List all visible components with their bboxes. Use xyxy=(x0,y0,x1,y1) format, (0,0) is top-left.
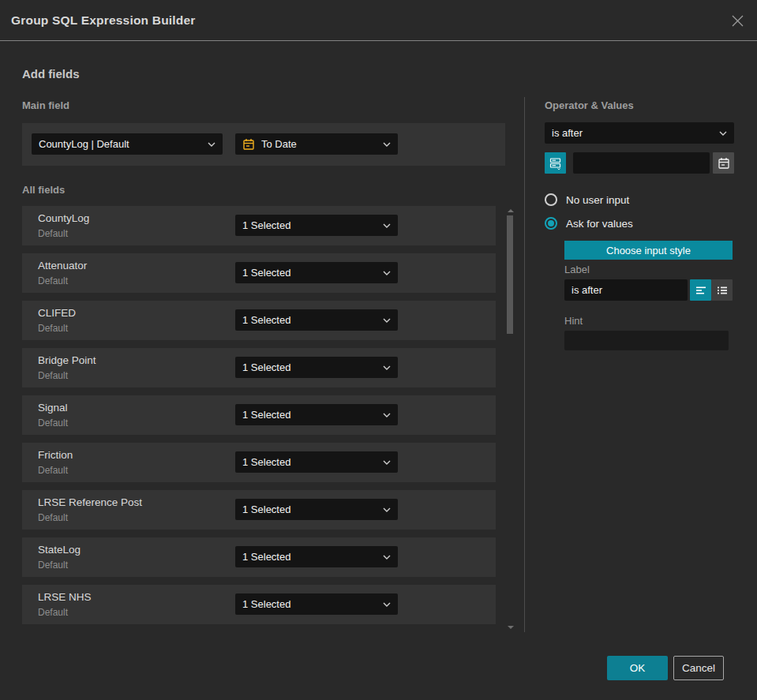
field-name: Bridge Point xyxy=(38,354,96,366)
radio-ask-for-values[interactable]: Ask for values xyxy=(545,217,633,230)
chevron-down-icon xyxy=(383,602,391,607)
chevron-down-icon xyxy=(208,142,215,147)
date-select-value: To Date xyxy=(261,138,378,150)
panel-divider xyxy=(524,97,525,632)
stacked-input-icon xyxy=(549,156,562,170)
field-selection-value: 1 Selected xyxy=(242,361,378,373)
list-input-style-button[interactable] xyxy=(711,279,733,301)
field-subtitle: Default xyxy=(38,275,68,286)
scrollbar-thumb[interactable] xyxy=(507,215,513,334)
operator-values-heading: Operator & Values xyxy=(545,99,634,111)
scroll-down-arrow-icon[interactable] xyxy=(508,626,514,629)
close-icon xyxy=(731,14,744,28)
field-row-friction: Friction Default 1 Selected xyxy=(22,443,496,482)
radio-selected-icon xyxy=(545,217,557,230)
chevron-down-icon xyxy=(383,555,391,560)
field-selection-value: 1 Selected xyxy=(242,409,378,421)
field-name: LRSE Reference Post xyxy=(38,496,142,508)
field-selection-dropdown[interactable]: 1 Selected xyxy=(235,546,398,567)
label-input[interactable]: is after xyxy=(564,279,688,301)
field-selection-dropdown[interactable]: 1 Selected xyxy=(235,262,398,283)
field-row-clifed: CLIFED Default 1 Selected xyxy=(22,301,496,340)
field-name: Friction xyxy=(38,449,73,461)
chevron-down-icon xyxy=(719,131,727,136)
field-name: LRSE NHS xyxy=(38,591,92,603)
field-selection-value: 1 Selected xyxy=(242,314,378,326)
field-selection-dropdown[interactable]: 1 Selected xyxy=(235,215,398,236)
field-name: CountyLog xyxy=(38,212,89,224)
input-type-button[interactable] xyxy=(545,152,566,174)
chevron-down-icon xyxy=(383,413,391,417)
field-subtitle: Default xyxy=(38,607,68,618)
main-field-select[interactable]: CountyLog | Default xyxy=(32,133,223,155)
ok-button[interactable]: OK xyxy=(607,656,668,680)
main-field-select-value: CountyLog | Default xyxy=(39,138,203,150)
field-selection-value: 1 Selected xyxy=(242,267,378,279)
choose-input-style-button[interactable]: Choose input style xyxy=(564,241,733,260)
operator-select[interactable]: is after xyxy=(545,122,734,144)
hint-caption: Hint xyxy=(564,315,583,327)
all-fields-list: CountyLog Default 1 Selected Attenuator … xyxy=(22,206,496,624)
main-field-box: CountyLog | Default To Date xyxy=(22,123,505,166)
cancel-button[interactable]: Cancel xyxy=(673,656,724,680)
field-selection-dropdown[interactable]: 1 Selected xyxy=(235,404,398,425)
field-subtitle: Default xyxy=(38,370,68,381)
field-subtitle: Default xyxy=(38,323,68,334)
main-field-label: Main field xyxy=(22,99,69,111)
chevron-down-icon xyxy=(383,460,391,465)
single-line-input-style-button[interactable] xyxy=(690,279,711,301)
field-name: StateLog xyxy=(38,544,81,556)
field-subtitle: Default xyxy=(38,228,68,239)
radio-no-user-input[interactable]: No user input xyxy=(545,193,629,206)
field-row-lrse-reference-post: LRSE Reference Post Default 1 Selected xyxy=(22,490,496,530)
field-selection-dropdown[interactable]: 1 Selected xyxy=(235,593,398,615)
main-field-date-select[interactable]: To Date xyxy=(235,133,398,155)
field-row-countylog: CountyLog Default 1 Selected xyxy=(22,206,496,245)
field-selection-dropdown[interactable]: 1 Selected xyxy=(235,499,398,520)
chevron-down-icon xyxy=(383,318,391,323)
field-subtitle: Default xyxy=(38,512,68,523)
all-fields-label: All fields xyxy=(22,184,65,196)
field-selection-value: 1 Selected xyxy=(242,219,378,231)
align-left-icon xyxy=(695,284,707,297)
field-selection-value: 1 Selected xyxy=(242,551,378,563)
calendar-icon xyxy=(718,157,730,170)
scroll-up-arrow-icon[interactable] xyxy=(508,209,514,212)
operator-select-value: is after xyxy=(552,127,714,139)
list-icon xyxy=(716,284,729,297)
radio-label: No user input xyxy=(566,194,629,206)
calendar-icon xyxy=(242,138,255,151)
field-selection-dropdown[interactable]: 1 Selected xyxy=(235,451,398,473)
field-subtitle: Default xyxy=(38,465,68,476)
field-row-signal: Signal Default 1 Selected xyxy=(22,395,496,435)
label-caption: Label xyxy=(564,264,590,275)
hint-input[interactable] xyxy=(564,331,729,350)
field-subtitle: Default xyxy=(38,560,68,571)
field-row-bridge-point: Bridge Point Default 1 Selected xyxy=(22,348,496,387)
field-row-lrse-nhs: LRSE NHS Default 1 Selected xyxy=(22,585,496,624)
chevron-down-icon xyxy=(383,271,391,275)
field-selection-dropdown[interactable]: 1 Selected xyxy=(235,357,398,378)
chevron-down-icon xyxy=(383,142,391,147)
chevron-down-icon xyxy=(383,365,391,370)
group-sql-expression-builder-dialog: Group SQL Expression Builder Add fields … xyxy=(0,0,757,700)
field-selection-dropdown[interactable]: 1 Selected xyxy=(235,309,398,331)
value-date-input[interactable] xyxy=(573,152,710,174)
field-subtitle: Default xyxy=(38,417,68,429)
dialog-title: Group SQL Expression Builder xyxy=(11,0,196,41)
field-name: Attenuator xyxy=(38,260,87,271)
field-selection-value: 1 Selected xyxy=(242,456,378,468)
dialog-titlebar: Group SQL Expression Builder xyxy=(0,0,757,41)
date-picker-button[interactable] xyxy=(713,152,734,174)
chevron-down-icon xyxy=(383,507,391,512)
close-button[interactable] xyxy=(728,11,747,30)
radio-label: Ask for values xyxy=(566,218,633,230)
add-fields-heading: Add fields xyxy=(22,67,80,80)
radio-unselected-icon xyxy=(545,193,557,206)
field-selection-value: 1 Selected xyxy=(242,598,378,610)
chevron-down-icon xyxy=(383,223,391,228)
field-name: Signal xyxy=(38,402,68,414)
field-row-attenuator: Attenuator Default 1 Selected xyxy=(22,253,496,293)
fields-list-scrollbar[interactable] xyxy=(506,206,515,632)
field-row-statelog: StateLog Default 1 Selected xyxy=(22,537,496,577)
